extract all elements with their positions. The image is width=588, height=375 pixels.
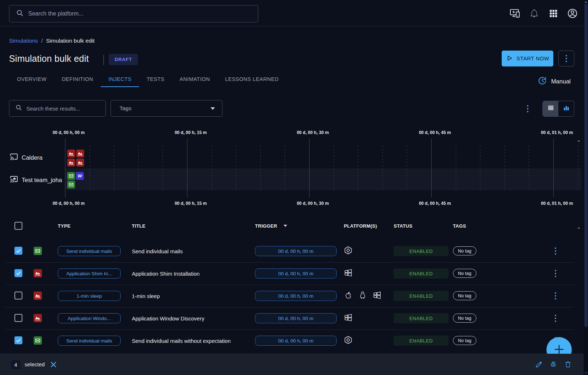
tab-injects[interactable]: INJECTS xyxy=(101,71,139,87)
column-header-tags[interactable]: TAGS xyxy=(453,223,466,229)
breadcrumb: Simulations / Simulation bulk edit xyxy=(9,38,95,44)
delete-trash-button[interactable] xyxy=(563,360,572,368)
vertical-scrollbar[interactable] xyxy=(584,0,588,375)
column-header-status[interactable]: STATUS xyxy=(394,223,412,229)
tag-chip[interactable]: No tag xyxy=(453,336,476,345)
tag-chip[interactable]: No tag xyxy=(453,269,476,278)
trigger-chip[interactable]: 00 d, 00 h, 00 m xyxy=(255,291,337,301)
inject-title: Send individual mails without expectatio… xyxy=(132,329,231,352)
select-all-checkbox[interactable] xyxy=(14,222,22,230)
platform-search[interactable] xyxy=(9,5,258,22)
row-checkbox[interactable] xyxy=(14,269,22,277)
status-badge: ENABLED xyxy=(394,313,449,323)
inject-type-chip[interactable]: 1-min sleep xyxy=(58,291,121,301)
update-mode-label: Manual xyxy=(551,78,571,85)
tab-overview[interactable]: OVERVIEW xyxy=(9,71,54,87)
tick-label: 00 d, 00 h, 45 m xyxy=(419,130,451,135)
selected-label: selected xyxy=(25,361,45,367)
scrollbar-down-arrow[interactable] xyxy=(584,372,587,374)
platforms-cell xyxy=(344,329,353,352)
tick-label: 00 d, 00 h, 15 m xyxy=(175,201,207,206)
timeline-row-caldera[interactable]: Caldera xyxy=(9,153,65,162)
inject-title: 1-min sleep xyxy=(132,285,160,307)
trigger-chip[interactable]: 00 d, 00 h, 00 m xyxy=(255,246,337,256)
tags-filter-select[interactable]: Tags xyxy=(111,100,222,117)
timeline-ticks-top: 00 d, 00 h, 00 m 00 d, 00 h, 15 m 00 d, … xyxy=(0,130,588,136)
apps-grid-icon[interactable] xyxy=(548,8,559,19)
table-row[interactable]: CALDERA 1-min sleep 1-min sleep 00 d, 00… xyxy=(0,285,588,307)
column-header-platforms[interactable]: PLATFORM(S) xyxy=(344,223,377,229)
tab-definition[interactable]: DEFINITION xyxy=(54,71,101,87)
edit-pencil-button[interactable] xyxy=(535,360,543,368)
sort-arrow-icon[interactable] xyxy=(284,225,287,227)
header-kebab-button[interactable] xyxy=(558,51,574,66)
notifications-bell-icon[interactable] xyxy=(529,8,540,19)
inject-type-chip[interactable]: Send individual mails xyxy=(58,336,121,346)
tab-lessons-learned[interactable]: LESSONS LEARNED xyxy=(217,71,286,87)
timeline-row-team[interactable]: Test team_joha xyxy=(9,175,65,185)
platform-search-input[interactable] xyxy=(28,10,258,17)
column-header-title[interactable]: TITLE xyxy=(132,223,146,229)
caldera-inject-icon[interactable]: CALDERA xyxy=(67,159,75,167)
caldera-inject-icon[interactable]: CALDERA xyxy=(76,159,84,167)
chart-view-button[interactable] xyxy=(558,101,574,116)
filter-kebab-button[interactable] xyxy=(524,104,532,113)
row-checkbox[interactable] xyxy=(14,292,22,299)
list-view-button[interactable] xyxy=(543,101,558,116)
results-search[interactable] xyxy=(9,100,106,117)
internal-platform-icon xyxy=(344,246,353,256)
column-header-type[interactable]: TYPE xyxy=(58,223,70,229)
svg-text:CALDERA: CALDERA xyxy=(69,164,73,165)
trigger-chip[interactable]: 00 d, 00 h, 00 m xyxy=(255,336,337,346)
media-inject-icon[interactable]: W xyxy=(76,172,84,180)
row-kebab-button[interactable] xyxy=(552,291,559,301)
status-badge: DRAFT xyxy=(109,54,138,65)
inject-type-chip[interactable]: Application Shim In... xyxy=(58,268,121,279)
tab-tests[interactable]: TESTS xyxy=(139,71,172,87)
tag-chip[interactable]: No tag xyxy=(453,246,476,255)
tag-chip[interactable]: No tag xyxy=(453,314,476,323)
important-devices-icon[interactable] xyxy=(510,8,520,19)
update-mode-control[interactable]: Manual xyxy=(538,76,571,87)
row-checkbox[interactable] xyxy=(14,336,22,344)
clear-selection-button[interactable] xyxy=(50,361,57,368)
table-row[interactable]: Send individual mails Send individual ma… xyxy=(0,240,588,262)
svg-text:CALDERA: CALDERA xyxy=(78,155,82,156)
scroll-marker xyxy=(578,141,580,142)
tag-chip[interactable]: No tag xyxy=(453,291,476,300)
inject-type-chip[interactable]: Send individual mails xyxy=(58,246,121,256)
row-kebab-button[interactable] xyxy=(552,246,559,256)
status-badge: ENABLED xyxy=(394,291,449,301)
trigger-chip[interactable]: 00 d, 00 h, 00 m xyxy=(255,313,337,323)
table-row[interactable]: CALDERA Application Windo... Application… xyxy=(0,307,588,329)
tick-label: 00 d, 00 h, 30 m xyxy=(297,201,329,206)
trigger-chip[interactable]: 00 d, 00 h, 00 m xyxy=(255,268,337,279)
tab-animation[interactable]: ANIMATION xyxy=(172,71,217,87)
caldera-inject-icon[interactable]: CALDERA xyxy=(67,150,75,158)
bug-test-button[interactable] xyxy=(549,360,558,368)
svg-text:W: W xyxy=(78,174,82,178)
table-row[interactable]: Send individual mails Send individual ma… xyxy=(0,329,588,352)
tick-label: 00 d, 00 h, 30 m xyxy=(297,130,329,135)
start-now-button[interactable]: START NOW xyxy=(502,51,553,66)
scrollbar-thumb[interactable] xyxy=(584,4,588,327)
results-search-input[interactable] xyxy=(26,105,105,112)
bar-chart-icon xyxy=(562,104,570,113)
inject-title: Application Shim Installation xyxy=(132,262,200,285)
table-row[interactable]: CALDERA Application Shim In... Applicati… xyxy=(0,262,588,285)
column-header-trigger[interactable]: TRIGGER xyxy=(255,223,277,229)
row-checkbox[interactable] xyxy=(14,247,22,255)
row-kebab-button[interactable] xyxy=(552,269,559,278)
row-checkbox[interactable] xyxy=(14,314,22,322)
platforms-cell xyxy=(344,240,353,262)
email-inject-icon[interactable] xyxy=(67,181,75,189)
breadcrumb-simulations-link[interactable]: Simulations xyxy=(9,38,38,44)
kebab-icon xyxy=(566,55,567,62)
account-circle-icon[interactable] xyxy=(567,8,578,19)
inject-type-chip[interactable]: Application Windo... xyxy=(58,313,121,323)
scrollbar-up-arrow[interactable] xyxy=(584,1,587,3)
caldera-inject-icon[interactable]: CALDERA xyxy=(76,150,84,158)
row-kebab-button[interactable] xyxy=(552,314,559,323)
email-inject-icon[interactable] xyxy=(67,172,75,180)
inject-title: Send individual mails xyxy=(132,240,183,262)
